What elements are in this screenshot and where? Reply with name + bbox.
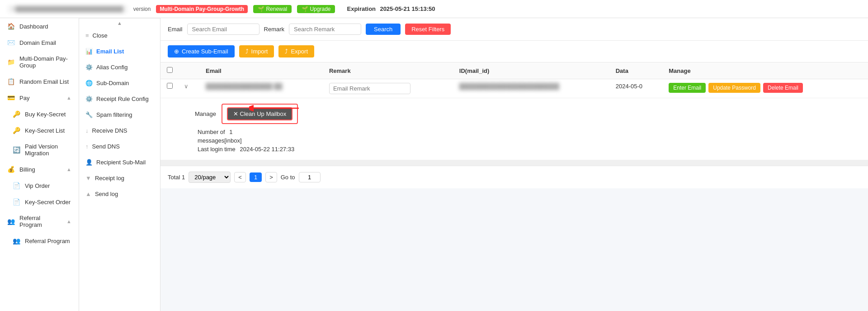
plus-icon: ⊕ <box>174 48 179 55</box>
send-log-icon: ▲ <box>85 191 91 197</box>
table-detail-row: Manage ✕ Clean Up Mailbox <box>160 98 868 160</box>
row-date-value: 2024-05-0 <box>616 83 642 90</box>
row-expand-cell: ∨ <box>179 79 200 98</box>
row-checkbox-cell <box>160 79 179 98</box>
sidebar-item-key-order[interactable]: 📄 Key-Secret Order <box>0 194 79 210</box>
update-password-button[interactable]: Update Password <box>708 83 760 93</box>
search-button[interactable]: Search <box>366 24 401 35</box>
billing-arrow-icon: ▲ <box>66 167 71 172</box>
sidebar-item-random-email[interactable]: 📋 Random Email List <box>0 73 79 90</box>
export-icon: ⤴ <box>285 48 288 55</box>
horizontal-scrollbar[interactable] <box>160 160 868 166</box>
row-email-cell: ████████████████ ██ <box>200 79 324 98</box>
select-all-checkbox[interactable] <box>167 67 173 73</box>
detail-card: Manage ✕ Clean Up Mailbox <box>188 98 868 160</box>
page-size-select[interactable]: 10/page 20/page 50/page 100/page <box>189 172 231 183</box>
table-row: ∨ ████████████████ ██ ██████████████████… <box>160 79 868 98</box>
sub-panel: ▲ ≡ Close 📊 Email List ⚙️ Alias Config 🌐… <box>79 18 160 311</box>
receive-dns-icon: ↓ <box>85 127 89 134</box>
sidebar-item-buy-key[interactable]: 🔑 Buy Key-Secret <box>0 106 79 122</box>
detail-number-of: Number of 1 <box>195 129 861 135</box>
enter-email-button[interactable]: Enter Email <box>669 83 706 93</box>
sub-panel-send-dns[interactable]: ↑ Send DNS <box>79 139 160 154</box>
th-manage: Manage <box>663 62 868 79</box>
filter-bar: Email Remark Search Reset Filters <box>160 18 868 41</box>
content-area: Email Remark Search Reset Filters ⊕ Crea… <box>160 18 868 311</box>
row-id-value: ████████████████████████ <box>459 83 559 90</box>
sub-panel-alias-config[interactable]: ⚙️ Alias Config <box>79 59 160 75</box>
sub-panel-email-list[interactable]: 📊 Email List <box>79 43 160 59</box>
billing-icon: 💰 <box>7 166 15 173</box>
row-id-cell: ████████████████████████ <box>454 79 610 98</box>
import-button[interactable]: ⤴ Import <box>239 45 274 57</box>
manage-highlight-box: ✕ Clean Up Mailbox <box>222 104 298 124</box>
key-list-icon: 🔑 <box>13 127 20 134</box>
import-icon: ⤴ <box>245 48 249 55</box>
sidebar-item-vip-order[interactable]: 📄 Vip Order <box>0 177 79 194</box>
sidebar-item-dashboard[interactable]: 🏠 Dashboard <box>0 18 79 34</box>
next-page-button[interactable]: > <box>265 172 277 182</box>
remark-filter-label: Remark <box>264 26 285 33</box>
topbar: D████████████████████████████ version Mu… <box>0 0 868 18</box>
close-icon: ≡ <box>85 32 89 39</box>
row-checkbox[interactable] <box>167 83 173 89</box>
recipient-submail-icon: 👤 <box>85 159 93 166</box>
referral-program-icon: 👥 <box>13 237 20 244</box>
sidebar: 🏠 Dashboard ✉️ Domain Email 📁 Multi-Doma… <box>0 18 79 311</box>
sub-panel-receipt-rule[interactable]: ⚙️ Receipt Rule Config <box>79 91 160 107</box>
create-sub-email-button[interactable]: ⊕ Create Sub-Email <box>168 45 235 57</box>
send-dns-icon: ↑ <box>85 143 89 150</box>
sub-panel-close[interactable]: ≡ Close <box>79 28 160 43</box>
sub-panel-sub-domain[interactable]: 🌐 Sub-Domain <box>79 75 160 91</box>
delete-email-button[interactable]: Delete Email <box>763 83 803 93</box>
sidebar-item-key-list[interactable]: 🔑 Key-Secret List <box>0 122 79 139</box>
vip-order-icon: 📄 <box>13 182 20 189</box>
row-remark-input[interactable] <box>329 83 410 94</box>
detail-cell: Manage ✕ Clean Up Mailbox <box>160 98 868 160</box>
pagination-bar: Total 1 10/page 20/page 50/page 100/page… <box>160 166 868 188</box>
pay-icon: 💳 <box>7 94 15 101</box>
email-table: Email Remark ID(mail_id) Data Manage <box>160 62 868 160</box>
sidebar-item-domain-email[interactable]: ✉️ Domain Email <box>0 34 79 51</box>
row-expand-button[interactable]: ∨ <box>184 83 189 90</box>
topbar-version-label: version <box>133 6 151 12</box>
referral-group-icon: 👥 <box>7 218 15 225</box>
badge-upgrade[interactable]: 🌱 Upgrade <box>297 5 335 13</box>
pay-arrow-icon: ▲ <box>66 95 71 100</box>
random-email-icon: 📋 <box>7 78 15 85</box>
reset-filters-button[interactable]: Reset Filters <box>405 24 451 35</box>
th-id: ID(mail_id) <box>454 62 610 79</box>
goto-input[interactable] <box>299 172 321 182</box>
email-search-input[interactable] <box>187 24 259 35</box>
dashboard-icon: 🏠 <box>7 23 15 30</box>
prev-page-button[interactable]: < <box>234 172 246 182</box>
spam-filter-icon: 🔧 <box>85 111 93 118</box>
sidebar-item-referral-group[interactable]: 👥 Referral Program ▲ <box>0 210 79 233</box>
receipt-log-icon: ▼ <box>85 175 91 182</box>
row-date-cell: 2024-05-0 <box>610 79 664 98</box>
sub-panel-recipient-submail[interactable]: 👤 Recipient Sub-Mail <box>79 154 160 170</box>
multi-domain-icon: 📁 <box>7 58 15 66</box>
sub-panel-receive-dns[interactable]: ↓ Receive DNS <box>79 123 160 139</box>
sidebar-item-pay[interactable]: 💳 Pay ▲ <box>0 90 79 106</box>
key-order-icon: 📄 <box>13 198 20 206</box>
badge-renewal[interactable]: 🌱 Renewal <box>253 5 292 13</box>
current-page-button[interactable]: 1 <box>250 172 262 182</box>
sub-panel-spam-filter[interactable]: 🔧 Spam filtering <box>79 107 160 123</box>
sidebar-item-paid-migration[interactable]: 🔄 Paid Version Migration <box>0 139 79 161</box>
email-filter-label: Email <box>168 26 183 33</box>
domain-email-icon: ✉️ <box>7 39 15 46</box>
export-button[interactable]: ⤴ Export <box>278 45 314 57</box>
sub-panel-send-log[interactable]: ▲ Send log <box>79 186 160 202</box>
remark-search-input[interactable] <box>289 24 361 35</box>
goto-label: Go to <box>281 174 295 181</box>
sub-panel-receipt-log[interactable]: ▼ Receipt log <box>79 170 160 186</box>
cleanup-mailbox-button[interactable]: ✕ Clean Up Mailbox <box>227 107 292 120</box>
sidebar-item-billing[interactable]: 💰 Billing ▲ <box>0 161 79 177</box>
sub-panel-scroll-up[interactable]: ▲ <box>79 18 160 28</box>
sidebar-item-multi-domain[interactable]: 📁 Multi-Domain Pay-Group <box>0 51 79 73</box>
th-select-all <box>160 62 179 79</box>
sidebar-item-referral-program[interactable]: 👥 Referral Program <box>0 233 79 249</box>
badge-multi-domain: Multi-Domain Pay-Group-Growth <box>156 5 248 13</box>
th-remark: Remark <box>324 62 454 79</box>
